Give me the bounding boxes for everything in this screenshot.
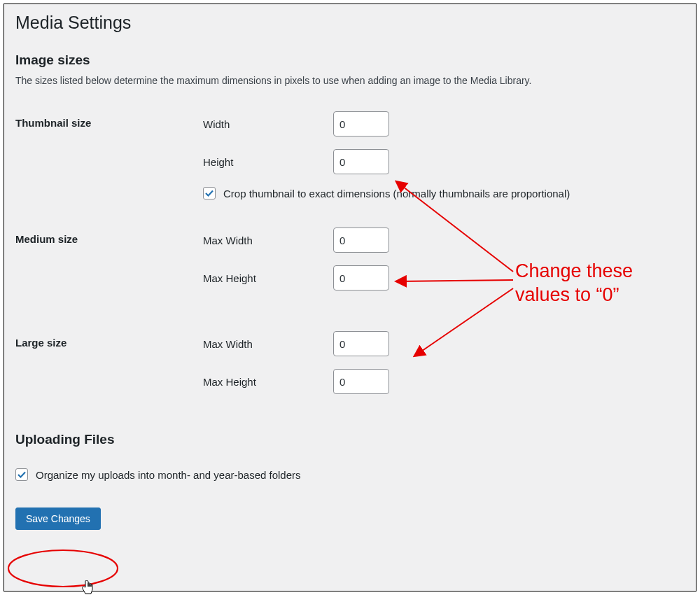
media-settings-page: Media Settings Image sizes The sizes lis… xyxy=(4,4,696,592)
medium-max-height-input[interactable] xyxy=(333,265,389,290)
image-sizes-heading: Image sizes xyxy=(15,52,685,68)
large-size-row: Large size Max Width Max Height xyxy=(15,331,685,407)
organize-uploads-checkbox[interactable] xyxy=(15,468,28,481)
annotation-oval xyxy=(4,547,127,589)
large-max-height-input[interactable] xyxy=(333,369,389,394)
crop-thumbnail-label: Crop thumbnail to exact dimensions (norm… xyxy=(223,188,570,200)
cursor-pointer-icon xyxy=(81,580,95,595)
thumbnail-width-input[interactable] xyxy=(333,111,389,136)
medium-max-height-label: Max Height xyxy=(203,272,333,284)
medium-max-width-input[interactable] xyxy=(333,227,389,253)
check-icon xyxy=(17,470,27,479)
svg-point-4 xyxy=(8,550,118,587)
save-changes-button[interactable]: Save Changes xyxy=(15,507,101,530)
medium-size-label: Medium size xyxy=(15,227,203,245)
medium-max-width-label: Max Width xyxy=(203,234,333,246)
large-max-height-label: Max Height xyxy=(203,376,333,388)
thumbnail-size-row: Thumbnail size Width Height Crop thumbna… xyxy=(15,111,685,200)
uploading-files-heading: Uploading Files xyxy=(15,432,685,447)
thumbnail-height-label: Height xyxy=(203,156,333,168)
large-max-width-input[interactable] xyxy=(333,331,389,356)
page-title: Media Settings xyxy=(15,13,685,33)
thumbnail-width-label: Width xyxy=(203,118,333,130)
image-sizes-description: The sizes listed below determine the max… xyxy=(15,75,685,86)
large-max-width-label: Max Width xyxy=(203,338,333,350)
thumbnail-size-label: Thumbnail size xyxy=(15,111,203,129)
large-size-label: Large size xyxy=(15,331,203,349)
organize-uploads-label: Organize my uploads into month- and year… xyxy=(36,469,301,481)
crop-thumbnail-checkbox[interactable] xyxy=(203,187,216,200)
thumbnail-height-input[interactable] xyxy=(333,149,389,174)
medium-size-row: Medium size Max Width Max Height xyxy=(15,227,685,303)
check-icon xyxy=(204,188,214,198)
